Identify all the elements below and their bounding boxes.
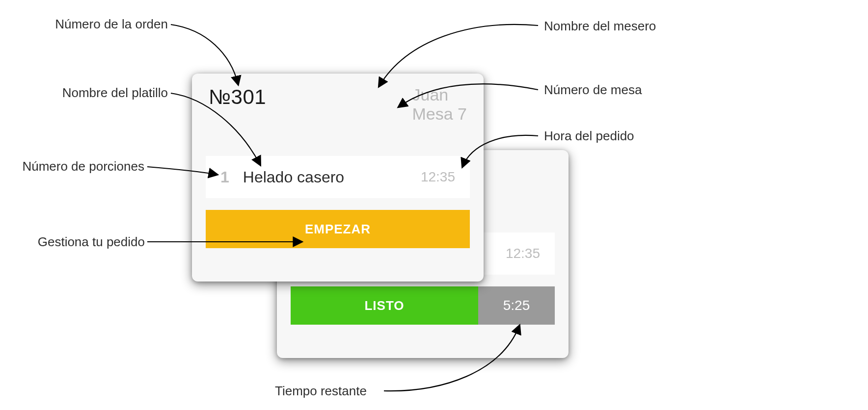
start-button[interactable]: EMPEZAR <box>206 210 470 248</box>
dish-name: Helado casero <box>243 168 344 186</box>
label-waiter-name: Nombre del mesero <box>544 19 656 34</box>
label-table-number: Número de mesa <box>544 82 642 98</box>
order-number: №301 <box>209 85 266 109</box>
waiter-name: Juan <box>412 85 467 104</box>
label-order-number: Número de la orden <box>30 17 168 32</box>
order-time: 12:35 <box>421 169 455 185</box>
table-number: Mesa 7 <box>412 104 467 124</box>
portion-count: 1 <box>220 168 229 186</box>
label-time-remaining: Tiempo restante <box>275 384 367 399</box>
ready-button[interactable]: LISTO <box>291 286 478 325</box>
label-order-time: Hora del pedido <box>544 128 634 144</box>
label-dish-name: Nombre del platillo <box>30 85 168 101</box>
order-item-row: 1 Helado casero 12:35 <box>206 156 470 198</box>
label-manage-order: Gestiona tu pedido <box>8 234 145 250</box>
diagram-canvas: Número de la orden Nombre del platillo N… <box>0 0 868 410</box>
countdown-timer: 5:25 <box>478 286 555 325</box>
label-portions: Número de porciones <box>0 159 144 174</box>
order-card-start: №301 Juan Mesa 7 1 Helado casero 12:35 E… <box>192 74 484 282</box>
order-time: 12:35 <box>506 246 540 261</box>
